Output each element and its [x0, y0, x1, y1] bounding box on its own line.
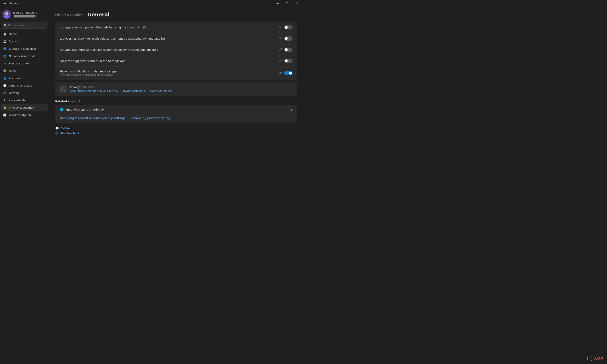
- nav-list: 🏠 Home 💻 System 🔵 Bluetooth & devices 🌐 …: [0, 30, 48, 119]
- search-box[interactable]: 🔍: [2, 22, 47, 29]
- setting-label-tracking: Let Windows improve Start and search res…: [59, 48, 275, 51]
- sidebar-item-accounts[interactable]: 👤 Accounts: [1, 75, 48, 82]
- breadcrumb-current: General: [87, 12, 110, 18]
- privacy-resources-title: Privacy resources: [70, 85, 172, 89]
- svg-point-1: [5, 12, 8, 15]
- nav-label-bluetooth: Bluetooth & devices: [9, 47, 36, 50]
- nav-label-home: Home: [9, 32, 17, 36]
- nav-label-privacy: Privacy & security: [9, 106, 33, 109]
- setting-row-tracking: Let Windows improve Start and search res…: [55, 44, 297, 55]
- privacy-resources-info: Privacy resources About these settings a…: [70, 85, 172, 92]
- breadcrumb: Privacy & security > General: [55, 12, 297, 18]
- sidebar-item-personalization[interactable]: ✏️ Personalization: [1, 60, 48, 67]
- back-button[interactable]: ←: [2, 0, 8, 6]
- nav-icon-privacy: 🔒: [3, 106, 7, 109]
- nav-label-time: Time & language: [9, 84, 32, 87]
- shield-icon: [59, 85, 67, 93]
- support-card: 🌐 Help with General Privacy ▲ Managing M…: [55, 105, 297, 123]
- privacy-resources-row: Privacy resources About these settings a…: [55, 82, 297, 96]
- settings-card: Let apps show me personalized ads by usi…: [55, 22, 297, 79]
- close-button[interactable]: ✕: [292, 0, 302, 7]
- toggle-state-suggestions: Off: [279, 59, 282, 62]
- toggle-tracking[interactable]: [284, 48, 292, 52]
- nav-icon-bluetooth: 🔵: [3, 47, 7, 51]
- setting-row-suggestions: Show me suggested content in the Setting…: [55, 55, 297, 66]
- toggle-wrap-ads: Off: [279, 25, 292, 29]
- support-section-title: Help with General Privacy: [66, 108, 104, 111]
- sidebar-item-network[interactable]: 🌐 Network & internet: [1, 52, 48, 60]
- give-feedback-label: Give feedback: [60, 132, 80, 135]
- toggle-state-tracking: Off: [279, 48, 282, 51]
- get-help-label: Get help: [60, 127, 72, 130]
- privacy-link-about[interactable]: About these settings and your privacy: [70, 90, 118, 92]
- related-support-label: Related support: [55, 100, 297, 103]
- title-bar: ← Settings — ❐ ✕: [0, 0, 304, 7]
- sidebar-item-privacy[interactable]: 🔒 Privacy & security: [1, 104, 48, 111]
- nav-icon-home: 🏠: [3, 32, 7, 36]
- nav-icon-time: 🕐: [3, 84, 7, 87]
- toggle-language[interactable]: [284, 36, 292, 41]
- search-input[interactable]: [7, 24, 45, 27]
- get-help-link[interactable]: 💬 Get help: [55, 127, 297, 130]
- link-separator-2: |: [146, 90, 147, 92]
- nav-icon-gaming: 🎮: [3, 91, 7, 95]
- title-bar-title: Settings: [9, 2, 20, 5]
- link-separator-1: |: [120, 90, 120, 92]
- minimize-button[interactable]: —: [273, 0, 282, 7]
- give-feedback-link[interactable]: 😊 Give feedback: [55, 131, 297, 135]
- toggle-state-ads: Off: [279, 26, 282, 29]
- sidebar-item-apps[interactable]: 📦 Apps: [1, 67, 48, 74]
- toggle-wrap-suggestions: Off: [279, 59, 292, 63]
- user-subtitle: ████████████: [13, 15, 38, 17]
- sidebar: João Carrasqueira ████████████ 🔍 🏠 Home …: [0, 7, 48, 182]
- toggle-wrap-tracking: Off: [279, 48, 292, 52]
- support-body: Managing Microsoft account privacy setti…: [55, 115, 297, 123]
- setting-sublabel-notifications: When off, required notifications are sti…: [59, 74, 276, 76]
- sidebar-item-bluetooth[interactable]: 🔵 Bluetooth & devices: [1, 45, 48, 52]
- privacy-resources-card: Privacy resources About these settings a…: [55, 82, 297, 96]
- window-controls: — ❐ ✕: [273, 0, 302, 7]
- setting-info-ads: Let apps show me personalized ads by usi…: [59, 26, 279, 29]
- support-header[interactable]: 🌐 Help with General Privacy ▲: [55, 105, 297, 115]
- nav-label-apps: Apps: [9, 69, 16, 72]
- sidebar-item-time[interactable]: 🕐 Time & language: [1, 82, 48, 89]
- toggle-suggestions[interactable]: [284, 59, 292, 63]
- toggle-notifications[interactable]: [284, 71, 292, 75]
- setting-row-notifications: Show me notifications in the Settings ap…: [55, 66, 297, 79]
- nav-label-personalization: Personalization: [9, 62, 30, 65]
- setting-info-suggestions: Show me suggested content in the Setting…: [59, 59, 279, 63]
- nav-icon-accounts: 👤: [3, 76, 7, 80]
- sidebar-item-system[interactable]: 💻 System: [1, 38, 48, 45]
- chevron-up-icon: ▲: [290, 108, 292, 111]
- toggle-wrap-notifications: On: [279, 71, 292, 75]
- toggle-wrap-language: Off: [279, 36, 292, 41]
- setting-row-language: Let websites show me locally relevant co…: [55, 33, 297, 44]
- nav-icon-network: 🌐: [3, 54, 7, 58]
- nav-label-gaming: Gaming: [9, 91, 20, 94]
- setting-info-notifications: Show me notifications in the Settings ap…: [59, 70, 279, 76]
- globe-icon: 🌐: [59, 108, 64, 112]
- footer-links: 💬 Get help 😊 Give feedback: [55, 127, 297, 135]
- setting-info-tracking: Let Windows improve Start and search res…: [59, 48, 279, 51]
- user-profile[interactable]: João Carrasqueira ████████████: [0, 7, 48, 21]
- maximize-button[interactable]: ❐: [282, 0, 292, 7]
- feedback-icon: 😊: [55, 131, 58, 135]
- sidebar-item-home[interactable]: 🏠 Home: [1, 30, 48, 38]
- search-icon: 🔍: [4, 24, 7, 27]
- support-link-manage[interactable]: Managing Microsoft account privacy setti…: [59, 117, 125, 120]
- user-name: João Carrasqueira: [13, 11, 38, 14]
- nav-label-accounts: Accounts: [9, 77, 21, 80]
- nav-icon-accessibility: ♿: [3, 98, 7, 102]
- privacy-link-dashboard[interactable]: Privacy dashboard: [122, 90, 145, 92]
- setting-info-language: Let websites show me locally relevant co…: [59, 37, 279, 40]
- toggle-state-language: Off: [279, 37, 282, 40]
- sidebar-item-accessibility[interactable]: ♿ Accessibility: [1, 97, 48, 104]
- sidebar-item-update[interactable]: 🔄 Windows Update: [1, 111, 48, 118]
- breadcrumb-parent: Privacy & security: [55, 13, 82, 16]
- setting-label-language: Let websites show me locally relevant co…: [59, 37, 275, 40]
- sidebar-item-gaming[interactable]: 🎮 Gaming: [1, 89, 48, 96]
- support-link-change[interactable]: Changing privacy settings: [132, 117, 171, 120]
- nav-label-system: System: [9, 40, 19, 43]
- toggle-ads[interactable]: [284, 25, 292, 29]
- privacy-link-statement[interactable]: Privacy Statement: [148, 90, 172, 92]
